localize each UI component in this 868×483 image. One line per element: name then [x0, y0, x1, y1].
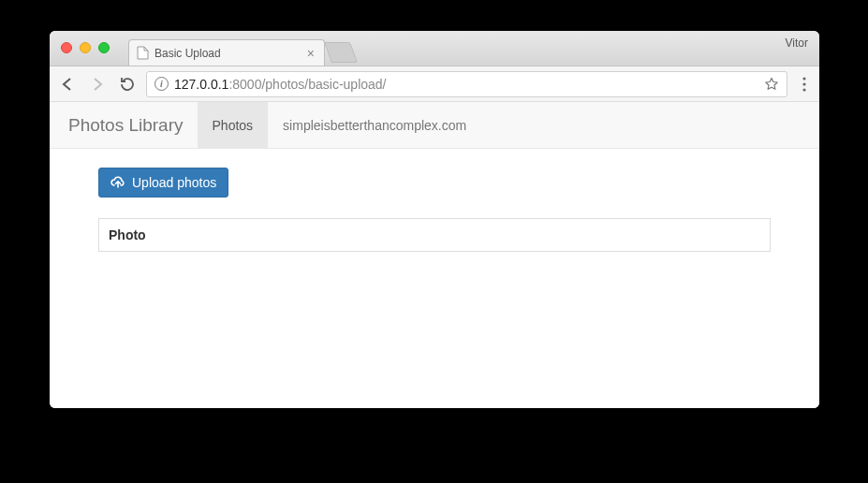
nav-item-external[interactable]: simpleisbetterthancomplex.com: [268, 102, 481, 148]
svg-point-0: [802, 77, 805, 80]
tab-title: Basic Upload: [154, 47, 305, 60]
page-icon: [137, 46, 149, 60]
tab-close-button[interactable]: ×: [305, 45, 316, 62]
navbar-brand[interactable]: Photos Library: [68, 102, 198, 148]
reload-button[interactable]: [119, 76, 135, 92]
table-header-row: Photo: [99, 219, 771, 252]
svg-point-1: [802, 82, 805, 85]
address-bar[interactable]: i 127.0.0.1:8000/photos/basic-upload/: [146, 71, 787, 97]
photos-table: Photo: [98, 218, 771, 252]
profile-name: Vitor: [786, 37, 808, 50]
table-header-photo: Photo: [99, 219, 771, 252]
nav-item-photos[interactable]: Photos: [198, 102, 269, 148]
window-minimize-button[interactable]: [80, 42, 91, 53]
window-maximize-button[interactable]: [98, 42, 110, 53]
window-close-button[interactable]: [61, 42, 72, 53]
url-text: 127.0.0.1:8000/photos/basic-upload/: [174, 77, 387, 92]
svg-point-2: [802, 88, 805, 91]
page-body: Upload photos Photo: [50, 149, 819, 271]
url-host: 127.0.0.1: [174, 77, 228, 92]
site-info-icon[interactable]: i: [154, 77, 169, 91]
upload-photos-button[interactable]: Upload photos: [98, 168, 228, 198]
browser-tab[interactable]: Basic Upload ×: [128, 39, 325, 66]
browser-toolbar: i 127.0.0.1:8000/photos/basic-upload/: [50, 66, 819, 102]
window-controls: [50, 31, 110, 53]
cloud-upload-icon: [110, 176, 125, 189]
url-path: :8000/photos/basic-upload/: [228, 77, 386, 92]
bookmark-star-icon[interactable]: [764, 77, 779, 92]
app-navbar: Photos Library Photos simpleisbetterthan…: [50, 102, 819, 149]
tab-strip: Basic Upload ×: [128, 31, 354, 66]
new-tab-button[interactable]: [324, 42, 358, 63]
browser-menu-button[interactable]: [799, 77, 810, 92]
upload-button-label: Upload photos: [132, 175, 216, 190]
forward-button: [89, 76, 106, 93]
back-button[interactable]: [59, 76, 76, 93]
nav-buttons: [59, 76, 135, 93]
page-content: Photos Library Photos simpleisbetterthan…: [50, 102, 819, 408]
window-titlebar: Basic Upload × Vitor: [50, 31, 819, 66]
browser-window: Basic Upload × Vitor i 127.0.0.1:8000/ph…: [50, 31, 819, 408]
